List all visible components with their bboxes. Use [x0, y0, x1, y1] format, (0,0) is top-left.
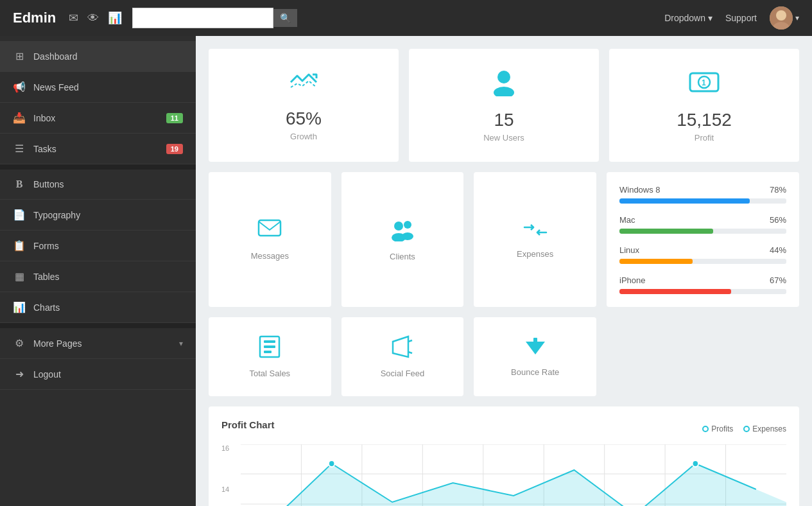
- inbox-icon: 📥: [13, 112, 26, 124]
- progress-bar-fill-iphone: [619, 289, 731, 294]
- chart-topbar-icon[interactable]: 📊: [108, 11, 122, 25]
- support-link[interactable]: Support: [725, 13, 757, 23]
- social-feed-icon: [390, 335, 415, 363]
- sidebar-item-inbox[interactable]: 📥 Inbox 11: [0, 103, 196, 134]
- sidebar-item-typography[interactable]: 📄 Typography: [0, 200, 196, 231]
- search-input[interactable]: [132, 8, 273, 28]
- new-users-icon: [488, 68, 519, 102]
- card-social-feed[interactable]: Social Feed: [341, 317, 464, 396]
- chart-y-labels: 16 14 12: [221, 444, 239, 506]
- progress-percent-linux: 44%: [770, 245, 786, 255]
- legend-expenses-dot: [743, 426, 750, 432]
- social-feed-label: Social Feed: [381, 369, 425, 378]
- dashboard-icon: ⊞: [13, 50, 26, 62]
- chart-title: Profit Chart: [221, 419, 275, 430]
- progress-bar-fill-linux: [619, 259, 693, 264]
- progress-panel: Windows 8 78% Mac 56%: [607, 172, 799, 307]
- sidebar-item-tables[interactable]: ▦ Tables: [0, 261, 196, 292]
- progress-header-mac: Mac 56%: [619, 215, 786, 225]
- eye-topbar-icon[interactable]: 👁: [87, 12, 99, 25]
- chart-legend: Profits Expenses: [702, 424, 786, 433]
- growth-icon: [288, 69, 319, 101]
- sidebar-item-tasks[interactable]: ☰ Tasks 19: [0, 134, 196, 164]
- legend-profits-dot: [702, 426, 709, 432]
- card-total-sales[interactable]: Total Sales: [209, 317, 331, 396]
- progress-item-iphone: iPhone 67%: [619, 275, 786, 294]
- progress-header-linux: Linux 44%: [619, 245, 786, 255]
- svg-text:1: 1: [702, 78, 706, 87]
- sidebar-divider-1: [0, 164, 196, 170]
- typography-icon: 📄: [13, 209, 26, 221]
- sidebar-item-logout[interactable]: ➜ Logout: [0, 359, 196, 390]
- clients-icon: [388, 218, 417, 247]
- expenses-icon: [523, 220, 548, 244]
- sidebar-item-forms[interactable]: 📋 Forms: [0, 231, 196, 261]
- inbox-badge: 11: [166, 113, 183, 123]
- tasks-badge: 19: [166, 144, 183, 154]
- svg-point-9: [394, 222, 403, 231]
- svg-rect-18: [264, 351, 272, 353]
- stat-card-profit: 1 15,152 Profit: [609, 49, 799, 162]
- profit-value: 15,152: [677, 110, 732, 130]
- card-bounce-rate[interactable]: Bounce Rate: [474, 317, 596, 396]
- sidebar-item-dashboard[interactable]: ⊞ Dashboard: [0, 41, 196, 72]
- clients-label: Clients: [390, 252, 415, 261]
- progress-percent-iphone: 67%: [770, 275, 786, 285]
- topbar-right: Dropdown ▾ Support ▾: [664, 6, 799, 30]
- mail-topbar-icon[interactable]: ✉: [69, 11, 78, 25]
- svg-marker-21: [526, 342, 545, 354]
- total-sales-icon: [259, 335, 281, 363]
- progress-percent-windows8: 78%: [770, 185, 786, 195]
- news-feed-icon: 📢: [13, 81, 26, 93]
- card-clients[interactable]: Clients: [341, 172, 464, 307]
- progress-bar-bg-iphone: [619, 289, 786, 294]
- svg-rect-17: [264, 345, 275, 348]
- svg-point-12: [402, 232, 413, 240]
- legend-expenses: Expenses: [743, 424, 786, 433]
- progress-bar-bg-linux: [619, 259, 786, 264]
- avatar[interactable]: [770, 6, 793, 30]
- main-content: 65% Growth 15 New Users: [196, 36, 812, 506]
- sidebar-item-buttons[interactable]: B Buttons: [0, 170, 196, 200]
- forms-icon: 📋: [13, 240, 26, 252]
- tasks-icon: ☰: [13, 143, 26, 155]
- card-expenses[interactable]: Expenses: [474, 172, 596, 307]
- profit-icon: 1: [687, 68, 721, 102]
- sidebar-item-charts[interactable]: 📊 Charts: [0, 292, 196, 323]
- new-users-value: 15: [494, 110, 514, 130]
- growth-label: Growth: [290, 132, 317, 141]
- chart-svg: [241, 444, 786, 506]
- avatar-caret-icon[interactable]: ▾: [795, 13, 799, 22]
- progress-bar-bg-mac: [619, 229, 786, 234]
- svg-point-4: [494, 87, 514, 96]
- sidebar-item-more-pages[interactable]: ⚙ More Pages ▾: [0, 328, 196, 359]
- progress-item-mac: Mac 56%: [619, 215, 786, 234]
- stat-cards-row: 65% Growth 15 New Users: [209, 49, 799, 162]
- svg-rect-16: [264, 340, 275, 343]
- topbar-icons: ✉ 👁 📊: [69, 11, 122, 25]
- dropdown-menu[interactable]: Dropdown ▾: [664, 13, 713, 23]
- svg-rect-8: [259, 220, 281, 236]
- search-form: 🔍: [132, 8, 297, 28]
- progress-bar-fill-mac: [619, 229, 713, 234]
- charts-icon: 📊: [13, 301, 26, 313]
- growth-value: 65%: [286, 109, 322, 129]
- total-sales-label: Total Sales: [250, 369, 291, 378]
- right-col-placeholder: [607, 317, 799, 396]
- progress-header-windows8: Windows 8 78%: [619, 185, 786, 195]
- card-messages[interactable]: Messages: [209, 172, 331, 307]
- search-button[interactable]: 🔍: [273, 9, 297, 27]
- sidebar-item-news-feed[interactable]: 📢 News Feed: [0, 72, 196, 103]
- expenses-label: Expenses: [517, 249, 553, 259]
- svg-point-1: [776, 10, 786, 21]
- chart-section: Profit Chart Profits Expenses 16 14: [209, 406, 799, 506]
- more-pages-caret-icon: ▾: [179, 339, 183, 348]
- svg-marker-35: [241, 464, 786, 506]
- messages-label: Messages: [251, 251, 289, 261]
- topbar: Edmin ✉ 👁 📊 🔍 Dropdown ▾ Support ▾: [0, 0, 812, 36]
- brand-name: Edmin: [13, 10, 56, 26]
- progress-bar-bg-windows8: [619, 198, 786, 204]
- layout: ⊞ Dashboard 📢 News Feed 📥 Inbox 11 ☰ Tas…: [0, 36, 812, 506]
- tables-icon: ▦: [13, 270, 26, 283]
- sidebar-divider-2: [0, 323, 196, 328]
